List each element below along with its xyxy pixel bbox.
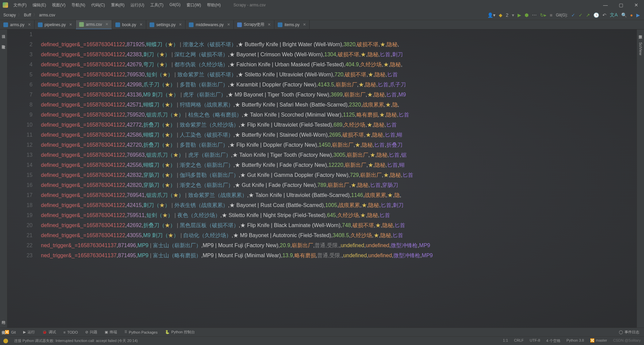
tab-close-icon[interactable]: ✕ <box>69 22 72 27</box>
tw-terminal[interactable]: ▣ 终端 <box>105 330 117 335</box>
git-branch[interactable]: 🔀 master <box>590 338 607 343</box>
indent-setting[interactable]: 4 个空格 <box>546 338 560 343</box>
csv-row[interactable]: defined_trigger&_=1658763041122,42772,折叠… <box>41 120 637 130</box>
git-push-icon[interactable]: ↗ <box>586 12 590 18</box>
learn-icon[interactable]: ▶ <box>636 12 640 18</box>
breadcrumb[interactable]: Scrapy〉Buff〉arms.csv <box>0 12 55 18</box>
close-button[interactable]: ✕ <box>629 0 644 10</box>
tab-close-icon[interactable]: ✕ <box>140 22 143 27</box>
tab-close-icon[interactable]: ✕ <box>105 22 108 26</box>
csv-row[interactable]: defined_trigger&_=1658763041122,42586,蝴蝶… <box>41 130 637 140</box>
menu-item[interactable]: Git(G) <box>167 1 183 9</box>
menu-item[interactable]: 视图(V) <box>49 1 68 9</box>
tab-close-icon[interactable]: ✕ <box>303 22 306 27</box>
git-update-icon[interactable]: ✓ <box>571 12 575 18</box>
breadcrumb-item[interactable]: Buff <box>24 13 31 17</box>
debug-icon[interactable]: ⬢ <box>525 12 529 18</box>
csv-row[interactable]: defined_trigger&_=1658763041122,759511,短… <box>41 210 637 220</box>
git-history-icon[interactable]: 🕓 <box>593 12 599 18</box>
stop-icon[interactable]: ■ <box>550 12 552 18</box>
csv-row[interactable]: defined_trigger&_=1658763041122,42720,折叠… <box>41 140 637 150</box>
menu-item[interactable]: 运行(U) <box>128 1 147 9</box>
ide-settings-icon[interactable]: ● <box>630 12 633 18</box>
csv-row[interactable]: defined_trigger&_=1658763041122,42679,弯刀… <box>41 60 637 70</box>
csv-row[interactable]: ned_trigger&_=1658763041137,871496,MP9 |… <box>41 240 637 251</box>
tw-debug[interactable]: 🐞 调试 <box>42 330 56 335</box>
run-config-python-icon[interactable]: ◆ <box>499 12 502 18</box>
csv-row[interactable]: defined_trigger&_=1658763041122,769530,短… <box>41 70 637 80</box>
minimize-button[interactable]: — <box>598 0 613 10</box>
run-config-label[interactable]: 2 <box>506 12 508 18</box>
csv-row[interactable]: defined_trigger&_=1658763041122,42692,折叠… <box>41 220 637 230</box>
tw-git[interactable]: 🔀 Git <box>5 330 16 334</box>
search-icon[interactable]: 🔍 <box>621 12 627 18</box>
csv-row[interactable]: defined_trigger&_=1658763041122,43136,M9… <box>41 90 637 100</box>
tab-close-icon[interactable]: ✕ <box>28 22 31 27</box>
tw-problems[interactable]: ⊘ 问题 <box>85 330 97 335</box>
tab-arms.csv[interactable]: arms.csv✕ <box>76 20 112 29</box>
maximize-button[interactable]: ▢ <box>613 0 629 10</box>
tw-console[interactable]: 🐍 Python 控制台 <box>165 330 195 335</box>
tab-close-icon[interactable]: ✕ <box>268 22 271 27</box>
window-controls: — ▢ ✕ <box>598 0 644 10</box>
translate-icon[interactable]: 文A <box>610 12 618 18</box>
coverage-icon[interactable]: ↻▸ <box>540 12 546 18</box>
file-encoding[interactable]: UTF-8 <box>530 338 540 343</box>
run-config-dropdown-icon[interactable]: ▾ <box>512 12 514 18</box>
csv-row[interactable]: ned_trigger&_=1658763041137,871495,MP9 |… <box>41 251 637 261</box>
run-icon[interactable]: ▶ <box>518 12 521 18</box>
breadcrumb-item[interactable]: arms.csv <box>39 13 55 17</box>
csv-row[interactable]: defined_trigger&_=1658763041122,769563,锯… <box>41 150 637 160</box>
menu-item[interactable]: 导航(N) <box>69 1 88 9</box>
status-bar: 连接 Python 调试器失败: Interrupted function ca… <box>0 336 644 345</box>
csv-row[interactable]: defined_trigger&_=1658763041122,759520,锯… <box>41 110 637 120</box>
tab-settings.py[interactable]: settings.py✕ <box>146 20 185 29</box>
tab-close-icon[interactable]: ✕ <box>179 22 182 27</box>
python-interpreter[interactable]: Python 3.8 <box>567 338 584 343</box>
csv-row[interactable]: defined_trigger&_=1658763041122,43055,M9… <box>41 230 637 240</box>
menu-item[interactable]: 帮助(H) <box>204 1 223 9</box>
breadcrumb-item[interactable]: Scrapy <box>3 13 16 17</box>
menu-item[interactable]: 工具(T) <box>148 1 166 9</box>
code-editor[interactable]: 1234567891011121314151617181920212223 de… <box>7 29 637 328</box>
csv-row[interactable]: defined_trigger&_=1658763041122,871925,蝴… <box>41 40 637 50</box>
user-icon[interactable]: 👤▾ <box>487 12 495 18</box>
tab-arms.py[interactable]: arms.py✕ <box>0 20 35 29</box>
csv-row[interactable]: defined_trigger&_=1658763041122,42383,刺刀… <box>41 50 637 60</box>
csv-row[interactable]: defined_trigger&_=1658763041122,42415,刺刀… <box>41 200 637 210</box>
csv-row[interactable]: defined_trigger&_=1658763041122,42820,穿肠… <box>41 180 637 190</box>
right-strip-item[interactable]: SciView <box>639 42 643 55</box>
csv-row[interactable]: defined_trigger&_=1658763041122,42998,爪子… <box>41 80 637 90</box>
menu-item[interactable]: 编辑(E) <box>30 1 49 9</box>
tw-run[interactable]: ▶ 运行 <box>23 330 35 335</box>
menu-item[interactable]: 文件(F) <box>11 1 29 9</box>
csv-row[interactable]: defined_trigger&_=1658763041122,42571,蝴蝶… <box>41 100 637 110</box>
line-separator[interactable]: CRLF <box>514 338 524 343</box>
editor-content[interactable]: defined_trigger&_=1658763041122,871925,蝴… <box>41 29 637 261</box>
git-rollback-icon[interactable]: ↶ <box>602 12 606 18</box>
csv-row[interactable]: defined_trigger&_=1658763041122,769541,锯… <box>41 190 637 200</box>
tab-label: middlewares.py <box>196 22 223 27</box>
tab-items.py[interactable]: items.py✕ <box>274 20 310 29</box>
more-run-icon[interactable]: ⋯ <box>532 12 537 18</box>
csv-row[interactable] <box>41 29 637 40</box>
tab-label: items.py <box>284 22 300 27</box>
status-bulb-icon[interactable] <box>3 339 8 343</box>
tab-label: book.py <box>122 22 136 27</box>
tw-packages[interactable]: ⠿ Python Packages <box>124 330 158 334</box>
main-menu: 文件(F)编辑(E)视图(V)导航(N)代码(C)重构(R)运行(U)工具(T)… <box>11 1 223 9</box>
tab-Scrapy使用[interactable]: Scrapy使用✕ <box>234 20 274 29</box>
tab-middlewares.py[interactable]: middlewares.py✕ <box>185 20 233 29</box>
tab-book.py[interactable]: book.py✕ <box>112 20 146 29</box>
tab-close-icon[interactable]: ✕ <box>227 22 230 27</box>
menu-item[interactable]: 窗口(W) <box>184 1 204 9</box>
menu-item[interactable]: 代码(C) <box>89 1 108 9</box>
tw-todo[interactable]: ≡ TODO <box>63 330 78 334</box>
caret-position[interactable]: 1:1 <box>503 338 508 343</box>
csv-row[interactable]: defined_trigger&_=1658763041122,42556,蝴蝶… <box>41 160 637 170</box>
menu-item[interactable]: 重构(R) <box>108 1 127 9</box>
csv-row[interactable]: defined_trigger&_=1658763041122,42832,穿肠… <box>41 170 637 180</box>
tw-events[interactable]: ◯ 事件日志 <box>619 330 639 335</box>
tab-pipelines.py[interactable]: pipelines.py✕ <box>35 20 76 29</box>
git-commit-icon[interactable]: ✓ <box>579 12 583 18</box>
